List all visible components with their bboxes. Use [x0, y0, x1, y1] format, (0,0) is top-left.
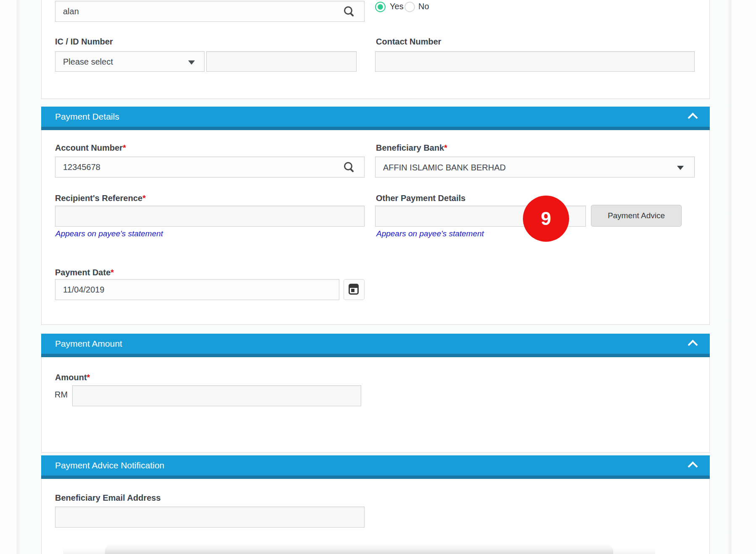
radio-no-label: No	[418, 2, 429, 11]
ic-number-input[interactable]	[206, 51, 357, 72]
payment-details-title: Payment Details	[55, 107, 119, 127]
payment-amount-header[interactable]: Payment Amount	[41, 334, 710, 357]
amount-label: Amount*	[55, 373, 90, 382]
left-scroll-shadow	[18, 0, 21, 554]
chevron-up-icon[interactable]	[688, 461, 698, 471]
radio-yes-label: Yes	[390, 2, 404, 11]
payment-form-page: Yes No IC / ID Number Please select Cont…	[0, 0, 756, 554]
required-asterisk: *	[110, 268, 114, 277]
other-payment-details-label: Other Payment Details	[376, 193, 465, 203]
payment-advice-notification-header[interactable]: Payment Advice Notification	[41, 455, 710, 479]
required-asterisk: *	[142, 193, 146, 203]
account-number-label: Account Number*	[55, 143, 126, 153]
search-icon[interactable]	[344, 6, 354, 17]
payment-details-header[interactable]: Payment Details	[41, 107, 710, 130]
required-asterisk: *	[123, 143, 126, 152]
right-scroll-divider	[731, 0, 731, 554]
beneficiary-email-label: Beneficiary Email Address	[55, 493, 161, 503]
required-asterisk: *	[444, 143, 447, 152]
other-payment-details-hint: Appears on payee's statement	[376, 229, 484, 238]
recipients-reference-label: Recipient's Reference*	[55, 193, 146, 203]
ic-type-select-value: Please select	[63, 52, 113, 72]
calendar-icon-dot	[351, 289, 354, 292]
calendar-icon	[349, 284, 359, 295]
payment-date-label: Payment Date*	[55, 268, 114, 277]
radio-yes-dot	[378, 4, 383, 10]
left-scroll-divider	[17, 0, 17, 554]
account-number-input[interactable]	[55, 157, 365, 178]
account-search-icon-handle	[350, 168, 354, 172]
payment-amount-title: Payment Amount	[55, 334, 122, 354]
beneficiary-bank-select[interactable]: AFFIN ISLAMIC BANK BERHAD	[375, 157, 695, 178]
payment-date-input[interactable]	[55, 279, 339, 300]
amount-input[interactable]	[72, 385, 361, 406]
chevron-up-icon[interactable]	[688, 340, 698, 350]
required-asterisk: *	[87, 373, 90, 382]
contact-number-input[interactable]	[375, 51, 695, 72]
right-scroll-shadow	[727, 0, 730, 554]
beneficiary-bank-label: Beneficiary Bank*	[376, 143, 447, 153]
calendar-icon-top	[350, 285, 357, 288]
currency-prefix: RM	[55, 390, 68, 400]
beneficiary-bank-select-value: AFFIN ISLAMIC BANK BERHAD	[383, 157, 506, 178]
beneficiary-name-search-input[interactable]	[55, 1, 365, 22]
chevron-down-icon	[188, 60, 195, 65]
payment-advice-button[interactable]: Payment Advice	[591, 205, 682, 227]
payment-advice-notification-title: Payment Advice Notification	[55, 455, 164, 476]
calendar-button[interactable]	[344, 279, 365, 300]
chevron-down-icon	[677, 166, 684, 170]
beneficiary-email-input[interactable]	[55, 507, 365, 528]
ic-type-select[interactable]: Please select	[55, 51, 205, 72]
radio-yes[interactable]	[375, 2, 386, 12]
radio-no[interactable]	[404, 2, 415, 12]
annotation-step-badge: 9	[523, 196, 569, 242]
recipients-reference-input[interactable]	[55, 206, 365, 227]
recipients-reference-hint: Appears on payee's statement	[55, 229, 163, 238]
account-search-icon[interactable]	[344, 162, 354, 172]
ic-id-number-label: IC / ID Number	[55, 37, 113, 47]
contact-number-label: Contact Number	[376, 37, 441, 47]
chevron-up-icon[interactable]	[688, 112, 698, 123]
search-icon-handle	[350, 13, 354, 17]
bottom-shadow	[105, 544, 613, 554]
